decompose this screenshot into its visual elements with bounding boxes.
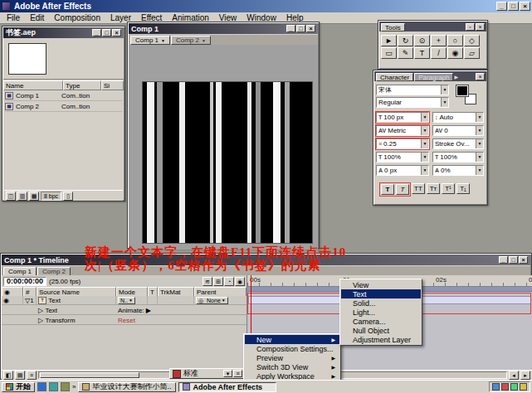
character-close-button[interactable]: × [476, 73, 485, 80]
expand-modes-icon[interactable]: ▤ [15, 371, 25, 380]
reset-link[interactable]: Reset [118, 317, 135, 324]
project-minimize-button[interactable]: _ [92, 29, 101, 36]
timeline-minimize-button[interactable]: _ [499, 256, 508, 264]
quicklaunch-icon-3[interactable] [61, 382, 70, 391]
zoom-in-icon[interactable]: ▸ [520, 371, 530, 380]
eraser-tool-button[interactable]: ▱ [464, 47, 480, 59]
tab-character[interactable]: Character [376, 73, 413, 81]
font-size-field[interactable]: T 100 px ▼ [376, 112, 429, 123]
expand-layers-icon[interactable]: ◧ [3, 371, 13, 380]
menu-item-switch-3d-view[interactable]: Switch 3D View▶ [245, 362, 339, 371]
prop-row-transform-group[interactable]: ▷ Transform Reset [2, 316, 246, 325]
tools-close-button[interactable]: × [476, 23, 485, 31]
chevron-down-icon[interactable]: ▼ [421, 113, 428, 122]
zoom-tool-button[interactable]: ○ [447, 35, 463, 46]
draft-3d-icon[interactable]: ⊞ [213, 277, 223, 286]
tools-collapse-button[interactable]: ▫ [466, 23, 475, 31]
expander-icon[interactable]: ▷ [38, 317, 43, 324]
subscript-button[interactable]: T₁ [456, 183, 470, 194]
pickwhip-icon[interactable]: ◎ [198, 298, 203, 303]
text-tool-button[interactable]: T [414, 47, 430, 59]
stroke-style-select[interactable]: Stroke Ov... ▼ [432, 138, 484, 149]
baseline-shift-field[interactable]: A 0 px ▼ [376, 165, 429, 176]
kerning-field[interactable]: AV Metric ▼ [376, 125, 429, 136]
submenu-item-light[interactable]: Light... [341, 308, 421, 317]
tracking-field[interactable]: AV 0 ▼ [432, 125, 484, 136]
ime-keyboard-icon[interactable] [173, 370, 181, 378]
minimize-button[interactable]: _ [496, 2, 507, 11]
new-folder-icon[interactable]: ▥ [17, 192, 27, 201]
project-maximize-button[interactable]: □ [102, 29, 111, 36]
small-caps-button[interactable]: Tᴛ [427, 183, 440, 194]
orbit-camera-tool-button[interactable]: ⊙ [414, 35, 430, 46]
tray-icon-1[interactable] [492, 383, 500, 391]
font-style-select[interactable]: Regular ▼ [376, 97, 449, 108]
all-caps-button[interactable]: TT [412, 183, 425, 194]
brush-tool-button[interactable]: / [431, 47, 447, 59]
tab-paragraph[interactable]: Paragraph [414, 73, 453, 81]
tools-header[interactable]: Tools ▫ × [379, 22, 486, 32]
comp-close-button[interactable]: × [306, 25, 315, 32]
submenu-item-solid[interactable]: Solid... [341, 298, 421, 308]
comp-maximize-button[interactable]: □ [296, 25, 305, 32]
chevron-down-icon[interactable]: ▼ [476, 166, 483, 175]
superscript-button[interactable]: T¹ [442, 183, 455, 194]
menu-composition[interactable]: Composition [49, 13, 105, 22]
frame-blend-icon[interactable]: ◔ [224, 277, 234, 286]
quicklaunch-expand-icon[interactable]: » [72, 383, 76, 391]
pen-tool-button[interactable]: ✎ [398, 47, 413, 59]
submenu-item-text[interactable]: Text [341, 289, 421, 298]
submenu-item-camera[interactable]: Camera... [341, 317, 421, 326]
column-size[interactable]: Si [101, 80, 124, 90]
chevron-down-icon[interactable]: ▼ [476, 139, 483, 148]
comp-viewport[interactable] [142, 81, 313, 244]
new-composition-icon[interactable]: ▦ [29, 192, 39, 201]
rotation-tool-button[interactable]: ↻ [398, 35, 413, 46]
vertical-scale-field[interactable]: T 100% ▼ [376, 152, 429, 163]
comp-family-icon[interactable]: ≋ [203, 277, 212, 286]
chevron-down-icon[interactable]: ▼ [476, 113, 483, 122]
chevron-down-icon[interactable]: ▼ [441, 98, 448, 107]
timeline-close-button[interactable]: × [519, 256, 528, 264]
tsume-field[interactable]: A 0% ▼ [432, 165, 484, 176]
close-button[interactable]: × [520, 2, 530, 11]
column-name[interactable]: Name [3, 80, 63, 90]
panel-menu-arrow-icon[interactable]: ▶ [454, 74, 458, 80]
maximize-button[interactable]: □ [508, 2, 519, 11]
stroke-width-field[interactable]: ≡ 0.25 ▼ [376, 138, 429, 149]
eye-icon[interactable]: ◉ [4, 289, 10, 296]
scrollbar-thumb[interactable] [40, 372, 139, 378]
tray-icon-3[interactable] [510, 383, 518, 391]
parent-select[interactable]: ◎ None▼ [196, 297, 228, 304]
hand-tool-button[interactable]: + [431, 35, 447, 46]
expander-icon[interactable]: ▷ [38, 307, 43, 314]
selection-tool-button[interactable]: ► [381, 35, 397, 46]
menu-file[interactable]: File [2, 13, 25, 22]
tools-tab[interactable]: Tools [381, 23, 405, 32]
faux-italic-button[interactable]: T [396, 184, 409, 195]
task-button-after-effects[interactable]: Adobe After Effects [178, 382, 276, 392]
tray-icon-4[interactable] [520, 383, 527, 391]
submenu-item-null-object[interactable]: Null Object [341, 326, 421, 335]
menu-edit[interactable]: Edit [25, 13, 49, 22]
project-close-button[interactable]: × [112, 29, 121, 36]
font-family-select[interactable]: 宋体 ▼ [376, 85, 449, 95]
eye-icon[interactable]: ◉ [3, 297, 9, 304]
animate-menu-button[interactable]: Animate: ▶ [118, 307, 151, 314]
interpret-footage-icon[interactable]: ◫ [6, 192, 16, 201]
color-depth-label[interactable]: 8 bpc [41, 192, 61, 201]
trash-icon[interactable]: ▯ [63, 192, 73, 201]
comp-tab-1[interactable]: Comp 1▼ [130, 36, 170, 45]
chevron-down-icon[interactable]: ▼ [476, 153, 483, 162]
chevron-down-icon[interactable]: ▼ [476, 126, 483, 135]
pan-behind-tool-button[interactable]: ◇ [464, 35, 480, 46]
mask-tool-button[interactable]: ▭ [381, 47, 397, 59]
ime-handle-icon[interactable]: ≡ [233, 370, 242, 377]
clone-stamp-tool-button[interactable]: ◉ [447, 47, 463, 59]
task-button-1[interactable]: 毕业设计大赛制作小简.. [78, 382, 176, 392]
column-type[interactable]: Type [63, 80, 101, 90]
motion-blur-icon[interactable]: ◉ [235, 277, 245, 286]
menu-item-new[interactable]: New▶ [245, 335, 339, 344]
project-row-comp1[interactable]: ▦ Comp 1 Com..tion [5, 91, 122, 101]
zoom-out-icon[interactable]: ◂ [509, 371, 519, 380]
